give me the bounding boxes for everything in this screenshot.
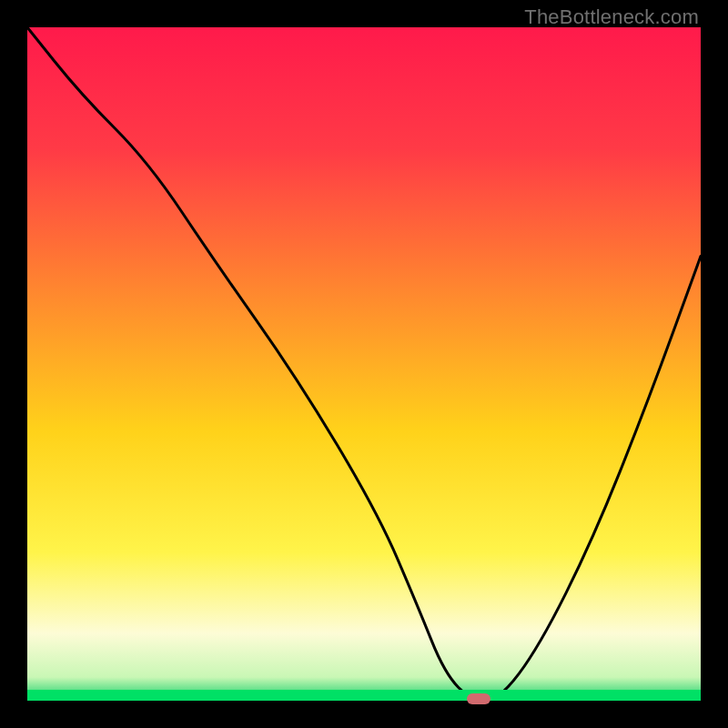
gradient-background [27, 27, 701, 701]
watermark-text: TheBottleneck.com [524, 5, 699, 29]
optimal-marker [467, 693, 490, 704]
chart-frame [27, 27, 701, 701]
bottleneck-chart [27, 27, 701, 701]
green-band [27, 690, 701, 701]
